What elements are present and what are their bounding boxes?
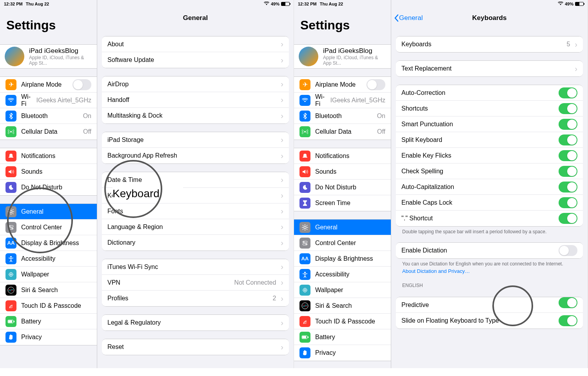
row-language-region[interactable]: Language & Region › xyxy=(102,219,289,235)
sidebar-item-touch-id-passcode[interactable]: Touch ID & Passcode xyxy=(0,298,97,314)
sidebar-item-privacy[interactable]: Privacy xyxy=(294,345,391,361)
row-handoff[interactable]: Handoff › xyxy=(102,92,289,108)
switch[interactable] xyxy=(559,166,577,177)
sidebar-item-privacy[interactable]: Privacy xyxy=(0,329,97,345)
row-itunes-wi-fi-sync[interactable]: iTunes Wi-Fi Sync › xyxy=(102,259,289,275)
switch[interactable] xyxy=(559,87,577,98)
row-vpn[interactable]: VPN Not Connected › xyxy=(102,275,289,291)
sidebar-item-display-brightness[interactable]: AA Display & Brightness xyxy=(294,251,391,267)
apple-id-row[interactable]: iPad iGeeksBlog Apple ID, iCloud, iTunes… xyxy=(0,45,97,68)
row-ipad-storage[interactable]: iPad Storage › xyxy=(102,132,289,148)
sidebar-item-airplane-mode[interactable]: ✈ Airplane Mode xyxy=(294,77,391,93)
sidebar-item-control-center[interactable]: Control Center xyxy=(0,220,97,235)
row-check-spelling[interactable]: Check Spelling xyxy=(396,163,583,179)
switch[interactable] xyxy=(559,315,577,326)
row-label: Sounds xyxy=(315,168,385,175)
sidebar-item-cellular-data[interactable]: Cellular DataOff xyxy=(0,124,97,140)
row-fonts[interactable]: Fonts › xyxy=(102,203,289,219)
row-predictive[interactable]: Predictive xyxy=(396,297,583,313)
svg-point-14 xyxy=(304,226,306,229)
row--shortcut[interactable]: "." Shortcut xyxy=(396,211,583,226)
tid-icon xyxy=(299,316,310,327)
sidebar-item-wallpaper[interactable]: Wallpaper xyxy=(294,282,391,298)
sidebar-item-do-not-disturb[interactable]: Do Not Disturb xyxy=(294,180,391,195)
back-button[interactable]: General xyxy=(394,14,423,22)
switch[interactable] xyxy=(559,197,577,208)
switch[interactable] xyxy=(559,213,577,224)
sidebar-item-notifications[interactable]: Notifications xyxy=(294,148,391,164)
bell-icon xyxy=(5,151,16,162)
chevron-right-icon: › xyxy=(281,238,283,247)
row-enable-dictation[interactable]: Enable Dictation xyxy=(396,243,583,258)
row-airdrop[interactable]: AirDrop › xyxy=(102,76,289,92)
sidebar-item-general[interactable]: General xyxy=(294,220,391,235)
sidebar-item-battery[interactable]: Battery xyxy=(0,314,97,329)
row-value: IGeeks Airtel_5GHz xyxy=(330,97,386,104)
row-reset[interactable]: Reset › xyxy=(102,339,289,355)
sidebar-item-siri-search[interactable]: Siri & Search xyxy=(0,282,97,298)
row-software-update[interactable]: Software Update › xyxy=(102,52,289,68)
switch[interactable] xyxy=(559,297,577,308)
avatar xyxy=(5,47,24,66)
sidebar-item-control-center[interactable]: Control Center xyxy=(294,235,391,251)
switch[interactable] xyxy=(559,103,577,114)
sidebar-item-accessibility[interactable]: Accessibility xyxy=(294,267,391,282)
row-profiles[interactable]: Profiles 2 › xyxy=(102,291,289,306)
row-label: Date & Time xyxy=(107,176,276,183)
row-label: Privacy xyxy=(315,349,385,356)
apple-id-row[interactable]: iPad iGeeksBlog Apple ID, iCloud, iTunes… xyxy=(294,45,391,68)
status-bar: 12:32 PMThu Aug 22 xyxy=(0,0,97,8)
row-keyboards[interactable]: Keyboards 5 › xyxy=(396,36,583,52)
sidebar-item-bluetooth[interactable]: BluetoothOn xyxy=(0,108,97,124)
row-shortcuts[interactable]: Shortcuts xyxy=(396,101,583,116)
row-auto-correction[interactable]: Auto-Correction xyxy=(396,85,583,101)
switch[interactable] xyxy=(367,79,385,90)
switch[interactable] xyxy=(559,119,577,130)
hand-icon xyxy=(299,347,310,358)
row-split-keyboard[interactable]: Split Keyboard xyxy=(396,132,583,148)
row-label: Shortcuts xyxy=(401,105,554,112)
sidebar-item-accessibility[interactable]: Accessibility xyxy=(0,251,97,267)
sidebar-item-airplane-mode[interactable]: ✈ Airplane Mode xyxy=(0,77,97,93)
sidebar-item-cellular-data[interactable]: Cellular DataOff xyxy=(294,124,391,140)
profile-sub: Apple ID, iCloud, iTunes & App St... xyxy=(29,55,92,66)
sidebar-item-touch-id-passcode[interactable]: Touch ID & Passcode xyxy=(294,314,391,329)
switch[interactable] xyxy=(73,79,91,90)
row-slide-on-floating-keyboard-to-type[interactable]: Slide on Floating Keyboard to Type xyxy=(396,313,583,329)
sidebar-item-bluetooth[interactable]: BluetoothOn xyxy=(294,108,391,124)
sidebar-item-screen-time[interactable]: Screen Time xyxy=(294,195,391,211)
sidebar-item-do-not-disturb[interactable]: Do Not Disturb xyxy=(0,180,97,195)
row-enable-key-flicks[interactable]: Enable Key Flicks xyxy=(396,148,583,163)
sidebar-item-wallpaper[interactable]: Wallpaper xyxy=(0,267,97,282)
sidebar-item-wi-fi[interactable]: Wi-FiIGeeks Airtel_5GHz xyxy=(294,93,391,108)
row-dictionary[interactable]: Dictionary › xyxy=(102,235,289,251)
switch[interactable] xyxy=(559,150,577,161)
row-about[interactable]: About › xyxy=(102,36,289,52)
row-enable-caps-lock[interactable]: Enable Caps Lock xyxy=(396,195,583,211)
sidebar-item-wi-fi[interactable]: Wi-FiIGeeks Airtel_5GHz xyxy=(0,93,97,108)
sidebar-item-sounds[interactable]: Sounds xyxy=(294,164,391,180)
wifi-icon xyxy=(5,95,16,106)
row-background-app-refresh[interactable]: Background App Refresh › xyxy=(102,148,289,163)
sidebar-item-display-brightness[interactable]: AA Display & Brightness xyxy=(0,235,97,251)
switch[interactable] xyxy=(559,182,577,193)
bat-icon xyxy=(5,316,16,327)
switch[interactable] xyxy=(559,134,577,145)
row-legal-regulatory[interactable]: Legal & Regulatory › xyxy=(102,315,289,331)
svg-rect-24 xyxy=(308,336,309,338)
row-smart-punctuation[interactable]: Smart Punctuation xyxy=(396,116,583,132)
row-multitasking-dock[interactable]: Multitasking & Dock › xyxy=(102,108,289,124)
row-value: Not Connected xyxy=(234,279,276,286)
sidebar-item-general[interactable]: General xyxy=(0,204,97,220)
battery-icon xyxy=(575,2,584,6)
sidebar-item-sounds[interactable]: Sounds xyxy=(0,164,97,180)
row-text-replacement[interactable]: Text Replacement › xyxy=(396,61,583,76)
sidebar-item-notifications[interactable]: Notifications xyxy=(0,148,97,164)
dictation-privacy-link[interactable]: About Dictation and Privacy… xyxy=(391,267,588,276)
sidebar-item-siri-search[interactable]: Siri & Search xyxy=(294,298,391,314)
row-auto-capitalization[interactable]: Auto-Capitalization xyxy=(396,179,583,195)
chevron-left-icon xyxy=(394,14,399,22)
switch[interactable] xyxy=(559,245,577,256)
row-date-time[interactable]: Date & Time › xyxy=(102,172,289,188)
sidebar-item-battery[interactable]: Battery xyxy=(294,329,391,345)
